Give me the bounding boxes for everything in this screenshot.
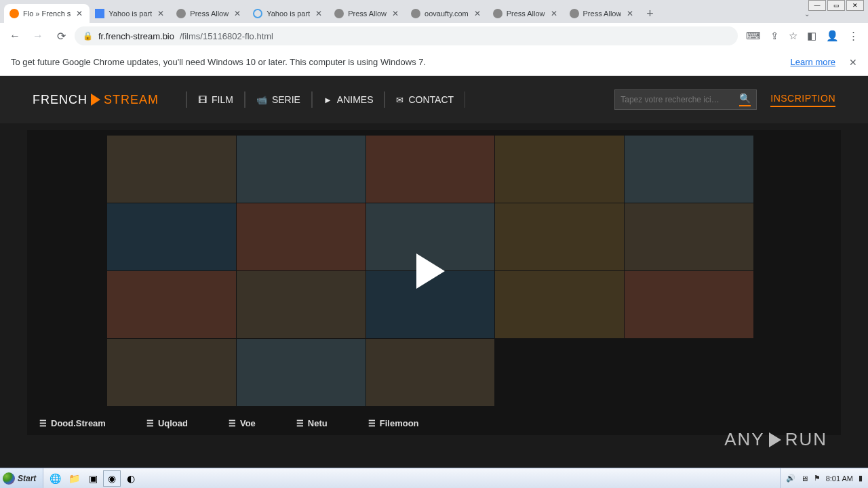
still-image: [625, 136, 753, 203]
browser-tab[interactable]: Flo » French s ✕: [4, 4, 90, 23]
page-content: FRENCHSTREAM 🎞FILM📹SERIE►ANIMES✉CONTACT …: [0, 76, 868, 468]
back-button[interactable]: ←: [5, 26, 24, 45]
list-icon: ☰: [368, 419, 376, 428]
window-close-button[interactable]: ✕: [846, 0, 864, 11]
browser-tab[interactable]: Press Allow ✕: [564, 4, 641, 23]
favicon: [95, 9, 104, 18]
list-icon: ☰: [296, 419, 304, 428]
site-search[interactable]: 🔍: [614, 89, 757, 110]
inscription-link[interactable]: INSCRIPTION: [770, 93, 835, 107]
show-desktop[interactable]: ▮: [859, 474, 863, 483]
tab-close-button[interactable]: ✕: [314, 9, 323, 18]
tab-close-button[interactable]: ✕: [391, 9, 400, 18]
start-button[interactable]: Start: [0, 468, 43, 489]
tray-flag-icon[interactable]: ⚑: [814, 474, 821, 483]
tab-label: Press Allow: [190, 9, 229, 18]
nav-label: CONTACT: [408, 94, 454, 105]
still-image: [495, 136, 624, 203]
tab-close-button[interactable]: ✕: [233, 9, 242, 18]
still-image: [107, 136, 236, 203]
video-player-area: [27, 130, 841, 411]
tab-close-button[interactable]: ✕: [625, 9, 635, 18]
nav-label: SERIE: [272, 94, 300, 105]
system-tray: 🔊 🖥 ⚑ 8:01 AM ▮: [780, 468, 868, 489]
list-icon: ☰: [39, 419, 47, 428]
tab-close-button[interactable]: ✕: [473, 9, 482, 18]
sources-bar: ☰Dood.Stream☰Uqload☰Voe☰Netu☰Filemoon: [27, 411, 841, 435]
nav-item[interactable]: 🎞FILM: [186, 92, 245, 108]
browser-tab[interactable]: Yahoo is part ✕: [248, 4, 329, 23]
list-icon: ☰: [229, 419, 236, 428]
play-icon: [769, 432, 781, 447]
forward-button[interactable]: →: [28, 26, 47, 45]
tab-label: Press Allow: [507, 9, 545, 18]
address-bar[interactable]: 🔒 fr.french-stream.bio/films/15116802-fl…: [75, 26, 738, 45]
nav-item[interactable]: ✉CONTACT: [384, 92, 465, 108]
taskbar-chrome[interactable]: ◉: [103, 470, 121, 487]
source-link[interactable]: ☰Uqload: [146, 418, 188, 428]
browser-tab[interactable]: Press Allow ✕: [171, 4, 248, 23]
favicon: [570, 9, 579, 18]
nav-item[interactable]: 📹SERIE: [245, 92, 312, 108]
still-image: [625, 203, 753, 270]
browser-tab[interactable]: Yahoo is part ✕: [90, 4, 171, 23]
tab-label: Flo » French s: [23, 9, 71, 18]
source-link[interactable]: ☰Dood.Stream: [39, 418, 106, 428]
tab-label: Yahoo is part: [108, 9, 152, 18]
tab-label: Press Allow: [348, 9, 387, 18]
tab-close-button[interactable]: ✕: [549, 9, 559, 18]
maximize-button[interactable]: ▭: [827, 0, 845, 11]
taskbar-explorer[interactable]: 📁: [65, 470, 83, 487]
nav-item[interactable]: ►ANIMES: [312, 92, 385, 108]
list-icon: ☰: [146, 419, 154, 428]
site-logo[interactable]: FRENCHSTREAM: [33, 93, 159, 107]
taskbar-ie[interactable]: 🌐: [46, 470, 64, 487]
search-input[interactable]: [620, 95, 739, 104]
browser-tab[interactable]: Press Allow ✕: [488, 4, 564, 23]
still-image: [107, 271, 236, 338]
nav-icon: ✉: [396, 95, 403, 105]
tab-label: oovaufty.com: [425, 9, 469, 18]
nav-icon: 🎞: [198, 95, 207, 105]
bookmark-icon[interactable]: ☆: [789, 30, 797, 42]
share-icon[interactable]: ⇪: [770, 30, 779, 42]
tray-network-icon[interactable]: 🖥: [801, 474, 808, 483]
sidepanel-icon[interactable]: ◧: [807, 30, 816, 42]
favicon: [493, 9, 502, 18]
window-controls: — ▭ ✕: [808, 0, 864, 11]
still-image: [495, 271, 624, 338]
site-header: FRENCHSTREAM 🎞FILM📹SERIE►ANIMES✉CONTACT …: [0, 76, 868, 123]
source-link[interactable]: ☰Netu: [296, 418, 328, 428]
minimize-button[interactable]: —: [808, 0, 826, 11]
still-image: [237, 136, 366, 203]
source-link[interactable]: ☰Voe: [229, 418, 256, 428]
still-image: [237, 339, 366, 406]
new-tab-button[interactable]: +: [640, 4, 659, 23]
taskbar-edge[interactable]: ◐: [122, 470, 140, 487]
still-image: [366, 339, 495, 406]
stills-grid: [107, 136, 753, 406]
profile-icon[interactable]: 👤: [826, 30, 839, 42]
url-path: /films/15116802-flo.html: [180, 31, 273, 41]
taskbar: Start 🌐 📁 ▣ ◉ ◐ 🔊 🖥 ⚑ 8:01 AM ▮: [0, 468, 868, 488]
taskbar-clock[interactable]: 8:01 AM: [826, 474, 853, 483]
infobar-close-button[interactable]: ✕: [849, 57, 857, 68]
infobar-text: To get future Google Chrome updates, you…: [11, 57, 426, 67]
source-link[interactable]: ☰Filemoon: [368, 418, 419, 428]
still-image: [625, 271, 753, 338]
favicon: [411, 9, 420, 18]
reload-button[interactable]: ⟳: [52, 26, 71, 45]
search-icon[interactable]: 🔍: [739, 93, 751, 106]
browser-tab[interactable]: Press Allow ✕: [329, 4, 406, 23]
menu-icon[interactable]: ⋮: [848, 30, 859, 42]
translate-icon[interactable]: ⌨: [746, 30, 761, 42]
taskbar-media[interactable]: ▣: [84, 470, 102, 487]
browser-tab[interactable]: oovaufty.com ✕: [406, 4, 488, 23]
tray-volume-icon[interactable]: 🔊: [786, 474, 795, 483]
tab-close-button[interactable]: ✕: [75, 9, 84, 18]
watermark: ANY RUN: [724, 429, 827, 450]
info-bar: To get future Google Chrome updates, you…: [0, 49, 868, 76]
play-button[interactable]: [416, 253, 445, 289]
tab-close-button[interactable]: ✕: [156, 9, 165, 18]
learn-more-link[interactable]: Learn more: [791, 57, 835, 67]
